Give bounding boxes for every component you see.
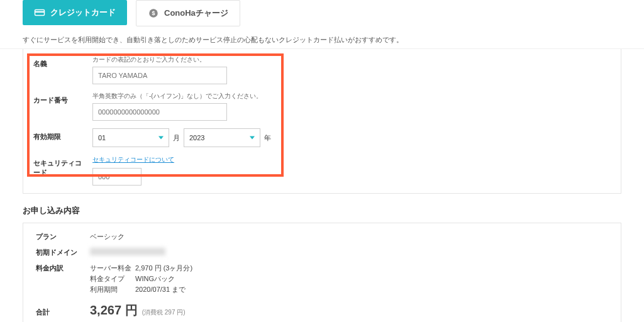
card-name-input[interactable] — [92, 67, 227, 84]
expiry-year-select[interactable]: 2023 — [184, 128, 260, 147]
cvc-info-link[interactable]: セキュリティコードについて — [92, 156, 174, 163]
total-label: 合計 — [36, 308, 90, 317]
row-card-number: カード番号 半角英数字のみ（「-(ハイフン)」なし）でご入力ください。 — [23, 86, 621, 122]
svg-rect-1 — [35, 11, 45, 13]
order-section-title: お申し込み内容 — [23, 205, 621, 216]
year-unit: 年 — [260, 133, 275, 143]
tab-conoha-charge[interactable]: $ ConoHaチャージ — [136, 0, 240, 26]
card-name-label: 名義 — [33, 55, 87, 69]
row-card-expiry: 有効期限 01 月 2023 年 — [23, 122, 621, 148]
row-card-cvc: セキュリティコード セキュリティコードについて — [23, 148, 621, 193]
svg-text:$: $ — [152, 10, 155, 16]
card-name-hint: カードの表記のとおりご入力ください。 — [92, 55, 227, 64]
card-form-panel: 名義 カードの表記のとおりご入力ください。 カード番号 半角英数字のみ（「-(ハ… — [23, 49, 621, 194]
payment-tabs: クレジットカード $ ConoHaチャージ — [0, 0, 644, 26]
card-cvc-label: セキュリティコード — [33, 155, 87, 177]
domain-value — [90, 248, 165, 257]
dollar-icon: $ — [148, 8, 159, 19]
breakdown-values: サーバー料金2,970 円 (3ヶ月分) 料金タイプWINGパック 利用期間20… — [90, 264, 192, 296]
card-expiry-label: 有効期限 — [33, 128, 87, 142]
expiry-month-select[interactable]: 01 — [92, 128, 169, 147]
plan-value: ベーシック — [90, 232, 125, 242]
tab-label: ConoHaチャージ — [164, 8, 228, 19]
month-unit: 月 — [169, 133, 184, 143]
tab-credit-card[interactable]: クレジットカード — [23, 0, 127, 25]
tab-label: クレジットカード — [50, 7, 116, 18]
payment-description: すぐにサービスを利用開始でき、自動引き落としのためサービス停止の心配もないクレジ… — [0, 26, 644, 49]
plan-label: プラン — [36, 232, 90, 242]
credit-card-icon — [34, 7, 45, 18]
card-number-input[interactable] — [92, 103, 227, 121]
total-value: 3,267 円 (消費税 297 円) — [90, 302, 186, 319]
row-card-name: 名義 カードの表記のとおりご入力ください。 — [23, 49, 621, 86]
card-cvc-input[interactable] — [92, 168, 142, 186]
breakdown-label: 料金内訳 — [36, 264, 90, 273]
domain-label: 初期ドメイン — [36, 248, 90, 257]
card-number-label: カード番号 — [33, 92, 87, 105]
order-summary: プラン ベーシック 初期ドメイン 料金内訳 サーバー料金2,970 円 (3ヶ月… — [23, 223, 621, 322]
card-number-hint: 半角英数字のみ（「-(ハイフン)」なし）でご入力ください。 — [92, 92, 262, 101]
